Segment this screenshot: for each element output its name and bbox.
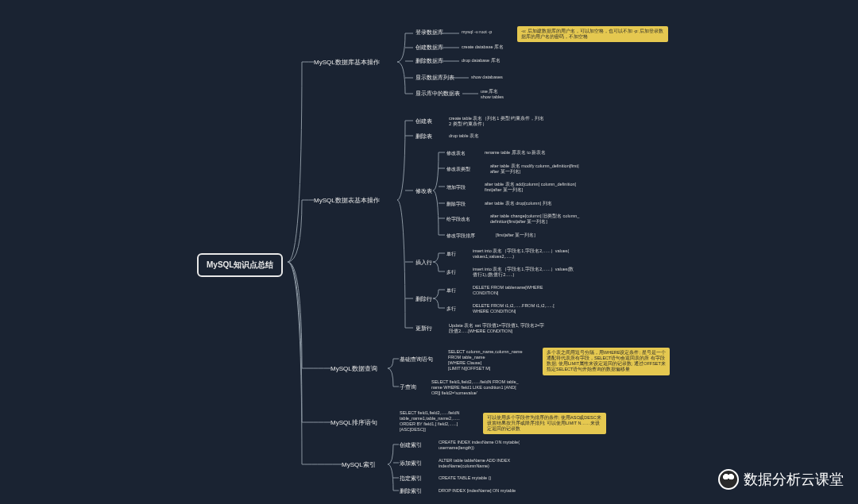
b1-showtb-cmd: use 库名 show tables	[481, 89, 504, 100]
b2-update: 更新行	[415, 325, 432, 333]
b3-basic: 基础查询语句	[400, 356, 433, 364]
b4-note: 可以使用多个字段作为排序的条件; 使用ASC或DESC来设置结果按升序或降序排列…	[483, 413, 606, 434]
b1-showdb-cmd: show databases	[471, 75, 503, 80]
b2-m-rename: 修改表名	[446, 150, 466, 157]
branch-sort: MySQL排序语句	[330, 418, 377, 427]
b2-insert: 插入行	[415, 260, 432, 267]
b1-create-cmd: create database 库名	[462, 44, 504, 50]
b2-m-add-cmd: alter table 表名 add[column] column_defini…	[485, 182, 576, 193]
b2-update-cmd: Update 表名 set 字段值1=字段值1, 字段名2=字 段值2.....…	[449, 323, 544, 334]
b3-sub-cmd: SELECT field1,field2,......fieldN FROM t…	[431, 379, 519, 396]
b2-d-single: 单行	[446, 287, 456, 294]
b1-login-cmd: mysql -u root -p	[462, 29, 492, 35]
b5-spec: 指定索引	[400, 475, 422, 483]
b1-showtb: 显示库中的数据表	[415, 90, 460, 98]
b2-create: 创建表	[415, 118, 432, 125]
b1-drop: 删除数据库	[415, 58, 443, 65]
b1-login: 登录数据库	[415, 29, 443, 37]
b2-m-del: 删除字段	[446, 201, 466, 208]
b1-login-note: -u: 后加建数据库的用户名，可以加空格，也可以不加 -p: 后加登录数据库的用…	[517, 26, 668, 42]
b2-i-multi: 多行	[446, 269, 456, 276]
b1-showdb: 显示数据库列表	[415, 75, 454, 82]
branch-index: MySQL索引	[342, 460, 376, 469]
b2-delete: 删除行	[415, 296, 432, 303]
b2-m-chg: 给字段改名	[446, 216, 470, 223]
b2-create-cmd: create table 表名（列名1 类型 约束条件，列名 2 类型 约束条件…	[449, 116, 544, 127]
b1-create: 创建数据库	[415, 44, 443, 52]
branch-query: MySQL数据查询	[330, 364, 377, 373]
b5-drop-cmd: DROP INDEX [indexName] ON mytable	[439, 488, 516, 494]
branch-db-ops: MySQL数据库基本操作	[314, 58, 380, 67]
b2-modify: 修改表	[415, 188, 432, 195]
b5-create-cmd: CREATE INDEX indexName ON mytable( usern…	[439, 440, 520, 451]
b2-m-del-cmd: alter table 表名 drop[column] 列名	[485, 201, 552, 206]
watermark: 数据分析云课堂	[718, 469, 844, 490]
b2-d-multi: 多行	[446, 306, 456, 313]
b2-i-single: 单行	[446, 251, 456, 258]
b2-i-single-cmd: insert into 表名（字段名1,字段名2,......）values( …	[473, 248, 569, 260]
b3-basic-cmd: SELECT column_name,column_name FROM tabl…	[448, 349, 522, 372]
b5-add: 添加索引	[400, 460, 422, 467]
b2-m-chg-cmd: alter table change[column] 旧类型名 column_ …	[490, 214, 579, 225]
b2-m-add: 增加字段	[446, 184, 466, 191]
b5-drop: 删除索引	[400, 488, 422, 495]
wechat-icon	[718, 469, 739, 490]
b2-m-ord-cmd: [first|after 某一列名]	[496, 233, 535, 238]
b2-d-single-cmd: DELETE FROM tablename[WHERE CONDITION]	[473, 285, 543, 296]
b3-basic-note: 多个表之间用逗号分隔，用WHERE设定条件; 星号是一个通配符代表所有字段，SE…	[543, 348, 670, 375]
b5-spec-cmd: CREATE TABLE mytable ()	[439, 475, 491, 481]
b4-cmd: SELECT field1,field2,......fieldN table_…	[400, 410, 460, 433]
b2-i-multi-cmd: insert into 表名（字段名1,字段名2,......）values(数…	[473, 267, 574, 278]
root-node: MySQL知识点总结	[197, 253, 283, 277]
b5-add-cmd: ALTER table tableName ADD INDEX indexNam…	[439, 458, 510, 469]
b2-m-ord: 修改字段排序	[446, 233, 475, 240]
branch-table-ops: MySQL数据表基本操作	[314, 196, 380, 205]
b1-drop-cmd: drop database 库名	[462, 58, 500, 63]
b2-drop-cmd: drop table 表名	[449, 133, 479, 139]
b3-sub: 子查询	[400, 384, 416, 391]
b2-m-type-cmd: alter table 表名 modify column_definition[…	[490, 164, 579, 175]
b2-m-type: 修改表类型	[446, 166, 470, 173]
b5-create: 创建索引	[400, 442, 422, 449]
b2-m-rename-cmd: rename table 原表名 to 新表名	[485, 150, 546, 156]
watermark-text: 数据分析云课堂	[744, 470, 844, 489]
b2-d-multi-cmd: DELETE FROM t1,t2,......FROM t1,t2,.....…	[473, 303, 555, 314]
b2-drop: 删除表	[415, 133, 432, 140]
